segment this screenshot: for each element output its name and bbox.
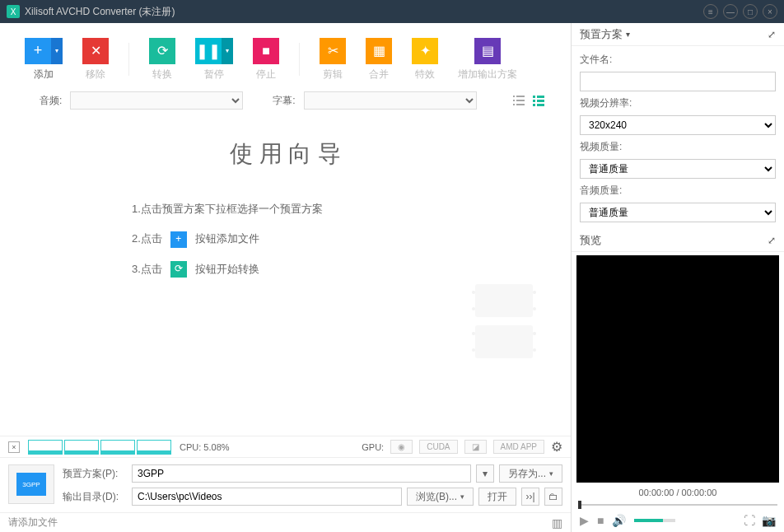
expand-preview-icon[interactable]: ⤢ [768,235,776,246]
resolution-label: 视频分辨率: [580,96,776,110]
preset-panel-header: 预置方案 ▾ ⤢ [572,23,784,46]
app-icon: X [7,5,20,18]
film-placeholder-icon [471,280,537,362]
video-quality-select[interactable]: 普通质量 [580,159,776,179]
settings-button[interactable]: ≡ [703,4,718,19]
subtitle-label: 字幕: [273,94,295,108]
merge-icon: ▦ [366,38,392,64]
pause-button[interactable]: ❚❚ ▾ 暂停 [195,38,233,82]
remove-button[interactable]: ✕ 移除 [82,38,109,82]
chevron-down-icon: ▾ [222,38,233,64]
subtitle-select[interactable] [304,91,477,110]
svg-point-16 [533,291,536,294]
maximize-button[interactable]: □ [743,4,758,19]
svg-point-20 [533,332,536,335]
minimize-button[interactable]: — [723,4,738,19]
audio-quality-select[interactable]: 普通质量 [580,203,776,222]
stop-preview-button[interactable]: ■ [597,514,604,527]
preset-dropdown-button[interactable]: ▾ [476,464,494,483]
fullscreen-icon[interactable]: ⛶ [744,514,755,527]
status-hint: 请添加文件 [8,516,58,530]
sub-toolbar: 音频: 字幕: [0,87,571,114]
add-output-button[interactable]: ▤ 增加输出方案 [458,38,517,82]
filename-label: 文件名: [580,53,776,67]
document-icon: ▤ [474,38,501,64]
svg-point-17 [533,307,536,310]
audio-quality-label: 音频质量: [580,184,776,198]
plus-icon: + [25,38,51,64]
open-button[interactable]: 打开 [478,488,516,506]
wizard-step-1: 1.点击预置方案下拉框选择一个预置方案 [132,194,538,224]
cuda-button[interactable]: CUDA [419,440,457,454]
svg-point-14 [472,291,475,294]
effects-button[interactable]: ✦ 特效 [412,38,438,82]
right-pane: 预置方案 ▾ ⤢ 文件名: 视频分辨率: 320x240 视频质量: 普通质量 … [572,23,784,532]
preset-thumbnail: 3GPP [8,464,54,504]
svg-point-19 [472,348,475,352]
preset-label: 预置方案(P): [63,467,127,481]
seek-slider[interactable] [578,502,777,507]
audio-select[interactable] [70,91,243,110]
amd-button[interactable]: AMD APP [493,440,544,454]
stop-icon: ■ [253,38,279,64]
list-view-icon[interactable] [511,93,526,108]
volume-icon[interactable]: 🔊 [612,514,626,527]
svg-point-15 [472,307,475,310]
nvidia-icon: ◉ [390,440,413,454]
audio-label: 音频: [40,94,62,108]
left-pane: + ▾ 添加 ✕ 移除 ⟳ 转换 ❚❚ ▾ 暂停 [0,23,572,532]
status-bar: 请添加文件 ▥ [0,512,571,532]
resolution-select[interactable]: 320x240 [580,115,776,135]
gear-icon[interactable]: ⚙ [551,439,562,455]
svg-rect-8 [533,100,535,102]
convert-button[interactable]: ⟳ 转换 [149,38,175,82]
report-icon[interactable]: ▥ [552,516,562,530]
expand-preset-icon[interactable]: ⤢ [768,29,776,40]
save-as-button[interactable]: 另存为... [499,464,562,483]
wizard-step-2: 2.点击 + 按钮添加文件 [132,224,538,254]
svg-rect-12 [475,284,533,317]
preview-panel-header: 预览 ⤢ [572,229,784,252]
cpu-usage-label: CPU: 5.08% [180,442,230,452]
browse-button[interactable]: 浏览(B)... [407,488,474,506]
play-button[interactable]: ▶ [580,514,589,527]
chevron-down-icon: ▾ [51,38,63,64]
svg-rect-13 [475,325,533,358]
svg-rect-7 [537,96,544,98]
remove-icon: ✕ [82,38,109,64]
titlebar: X Xilisoft AVCHD Converter (未注册) ≡ — □ × [0,0,784,23]
convert-icon: ⟳ [149,38,175,64]
merge-button[interactable]: ▦ 合并 [366,38,392,82]
volume-slider[interactable] [634,519,675,522]
pause-icon: ❚❚ [195,38,222,64]
amd-icon: ◪ [464,440,487,454]
convert-icon: ⟳ [170,261,187,278]
scissors-icon: ✂ [320,38,346,64]
history-button[interactable]: ››| [521,488,539,506]
wizard-title: 使 用 向 导 [33,138,538,170]
svg-rect-11 [537,104,544,106]
clip-button[interactable]: ✂ 剪辑 [320,38,346,82]
folder-button[interactable]: 🗀 [544,488,562,506]
plus-icon: + [170,231,187,248]
add-button[interactable]: + ▾ 添加 [25,38,63,82]
svg-rect-6 [533,96,535,98]
svg-rect-9 [537,100,544,102]
snapshot-icon[interactable]: 📷 [762,514,776,527]
wizard-area: 使 用 向 导 1.点击预置方案下拉框选择一个预置方案 2.点击 + 按钮添加文… [0,114,571,436]
svg-point-18 [472,332,475,335]
gpu-label: GPU: [362,442,384,452]
wand-icon: ✦ [412,38,438,64]
preset-input[interactable] [132,464,471,483]
output-label: 输出目录(D): [63,490,127,504]
detail-view-icon[interactable] [531,93,546,108]
svg-point-21 [533,348,536,352]
stop-button[interactable]: ■ 停止 [253,38,279,82]
output-input[interactable] [132,488,402,506]
video-preview [576,255,779,483]
close-button[interactable]: × [763,4,777,19]
filename-input[interactable] [580,72,776,91]
cpu-close-button[interactable]: × [8,441,20,453]
bottom-form: 3GPP 预置方案(P): ▾ 另存为... 输出目录(D): 浏览(B)...… [0,457,571,512]
app-title: Xilisoft AVCHD Converter (未注册) [25,5,175,19]
